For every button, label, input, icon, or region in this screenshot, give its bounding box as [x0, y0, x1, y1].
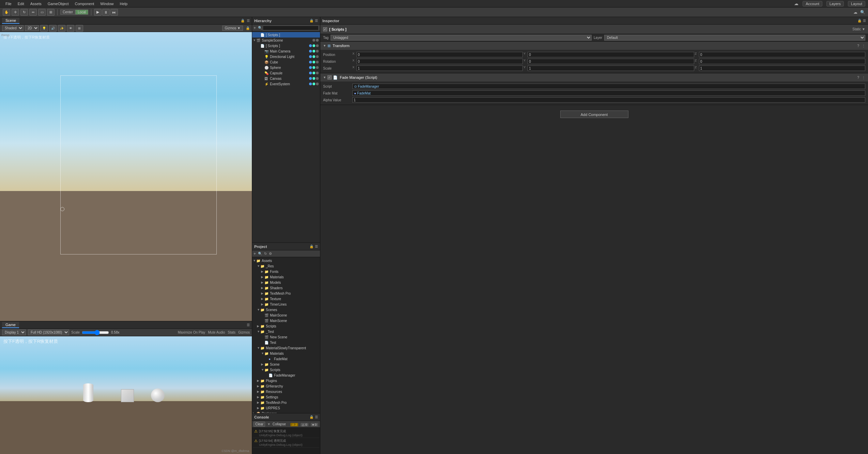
menu-help[interactable]: Help [117, 1, 130, 6]
project-item-urpres[interactable]: ▶ 📁 URPRES [252, 405, 320, 411]
game-viewport[interactable]: 按下F透明，按下R恢复材质 CSDN @m_dlwlrma [0, 336, 252, 454]
project-item-textmeshpro2[interactable]: ▶ 📁 TextMesh Pro [252, 400, 320, 405]
scene-hidden-btn[interactable]: 👁 [67, 25, 74, 32]
project-item-fademat[interactable]: ● FadeMat [252, 356, 320, 362]
project-item-shaders[interactable]: ▶ 📁 Shaders [252, 285, 320, 291]
menu-file[interactable]: File [3, 1, 14, 6]
project-item-resources[interactable]: ▶ 📁 Resources [252, 389, 320, 394]
display-dropdown[interactable]: Display 1 [2, 329, 26, 335]
hierarchy-search-icon[interactable]: 🔍 [258, 26, 262, 30]
scale-slider[interactable] [82, 330, 109, 335]
hierarchy-item-maincamera[interactable]: 📷 Main Camera [252, 48, 320, 54]
project-item-textmeshpro[interactable]: ▶ 📁 TextMesh Pro [252, 291, 320, 296]
scene-fx-btn[interactable]: ✨ [58, 25, 65, 32]
layers-button[interactable]: Layers [826, 1, 844, 6]
rotation-x-field[interactable]: 0 [356, 59, 523, 64]
project-settings-icon[interactable]: ⚙ [269, 252, 272, 255]
layout-button[interactable]: Layout [848, 1, 865, 6]
project-item-mainscene1[interactable]: 🎬 MainScene [252, 312, 320, 318]
transform-help-icon[interactable]: ? [857, 44, 859, 48]
fade-help-icon[interactable]: ? [857, 76, 859, 79]
project-item-newscene[interactable]: 🎬 New Scene [252, 334, 320, 340]
project-item-materialslowly[interactable]: ▼ 📁 MaterialSlowlyTransparent [252, 345, 320, 351]
console-menu-icon[interactable]: ☰ [315, 415, 318, 419]
project-item-mainscene2[interactable]: 🎬 MainScene [252, 318, 320, 323]
scene-viewport[interactable]: 按下F透明，按下R恢复材质 Persp [0, 32, 252, 321]
project-add-btn[interactable]: + [254, 251, 256, 256]
rotation-z-field[interactable]: 0 [699, 59, 865, 64]
hierarchy-item-canvas[interactable]: 🖼 Canvas [252, 76, 320, 81]
project-item-scripts[interactable]: ▶ 📁 Scripts [252, 323, 320, 329]
transform-settings-icon[interactable]: ⋮ [862, 44, 865, 48]
scene-audio-btn[interactable]: 🔊 [49, 25, 57, 32]
position-y-field[interactable]: 0 [528, 52, 694, 57]
play-button[interactable]: ▶ [94, 9, 102, 16]
console-lock-icon[interactable]: 🔒 [309, 415, 314, 419]
tab-game[interactable]: Game [2, 322, 19, 328]
rotation-y-field[interactable]: 0 [528, 59, 694, 64]
script-ref-field[interactable]: ⊙ FadeManager [352, 84, 865, 89]
pause-button[interactable]: ⏸ [102, 9, 110, 16]
console-dropdown-arrow[interactable]: ▼ [267, 422, 271, 426]
collapse-button[interactable]: Collapse [273, 422, 286, 426]
center-button[interactable]: Center [60, 10, 75, 15]
scene-gizmos-button[interactable]: Gizmos ▼ [222, 26, 243, 31]
hierarchy-search-input[interactable] [263, 26, 319, 30]
project-item-scenes[interactable]: ▼ 📁 Scenes [252, 307, 320, 312]
hierarchy-item-directionallight[interactable]: 💡 Directional Light [252, 54, 320, 59]
project-lock-icon[interactable]: 🔒 [309, 245, 314, 248]
inspector-menu-icon[interactable]: ☰ [863, 19, 866, 23]
project-item-models[interactable]: ▶ 📁 Models [252, 280, 320, 285]
project-item-scripts2[interactable]: ▼ 📁 Scripts [252, 367, 320, 372]
fade-mat-field[interactable]: ● FadeMat [352, 90, 865, 96]
toolbar-scale-tool[interactable]: ⇔ [29, 9, 37, 16]
hierarchy-add-btn[interactable]: + [254, 26, 256, 30]
fade-settings-icon[interactable]: ⋮ [862, 76, 865, 79]
project-item-test[interactable]: ▼ 📁 _Test [252, 329, 320, 334]
tag-dropdown[interactable]: Untagged [331, 35, 592, 41]
project-search-icon[interactable]: 🔍 [258, 252, 262, 255]
hierarchy-item-samplescene[interactable]: ▼ 🎬 SampleScene [252, 38, 320, 43]
project-item-texture[interactable]: ▶ 📁 Texture [252, 296, 320, 302]
project-item-testscript[interactable]: 📄 Test [252, 340, 320, 345]
add-component-button[interactable]: Add Component [560, 111, 628, 118]
shading-dropdown[interactable]: Shaded [2, 25, 24, 31]
scene-menu-icon[interactable]: ☰ [247, 19, 250, 23]
hierarchy-item-eventsystem[interactable]: ⚡ EventSystem [252, 81, 320, 87]
project-item-materials2[interactable]: ▼ 📁 Materials [252, 351, 320, 356]
toolbar-multi-tool[interactable]: ⊞ [47, 9, 55, 16]
project-item-materials[interactable]: ▶ 📁 Materials [252, 274, 320, 280]
fade-manager-header[interactable]: ▼ ✓ 📄 Fade Manager (Script) ? ⋮ [320, 73, 868, 82]
menu-component[interactable]: Component [72, 1, 97, 6]
scale-z-field[interactable]: 1 [699, 65, 865, 71]
toolbar-move-tool[interactable]: ✛ [12, 9, 19, 16]
position-z-field[interactable]: 0 [699, 52, 865, 57]
hierarchy-lock-icon[interactable]: 🔒 [309, 19, 314, 23]
project-menu-icon[interactable]: ☰ [315, 245, 318, 248]
hierarchy-item-capsule[interactable]: 💊 Capsule [252, 70, 320, 76]
toolbar-rotate-tool[interactable]: ↻ [20, 9, 28, 16]
hierarchy-menu-icon[interactable]: ☰ [315, 19, 318, 23]
toolbar-rect-tool[interactable]: ▭ [38, 9, 46, 16]
clear-button[interactable]: Clear [254, 422, 265, 427]
maximize-on-play[interactable]: Maximize On Play [178, 331, 205, 334]
console-log-item-2[interactable]: ⚠ [17:52:54] 透明完成 UnityEngine.Debug.Log … [253, 438, 319, 448]
step-button[interactable]: ⏭ [110, 9, 118, 16]
scale-y-field[interactable]: 1 [528, 65, 694, 71]
scene-lock-toggle[interactable]: 🔒 [246, 26, 250, 30]
resolution-dropdown[interactable]: Full HD (1920x1080) [28, 329, 69, 335]
hierarchy-item-scripts-child[interactable]: 📄 [ Scripts ] [252, 43, 320, 48]
alpha-value-field[interactable]: 1 [352, 97, 865, 103]
inspector-lock-icon[interactable]: 🔒 [857, 19, 862, 23]
project-refresh-icon[interactable]: ↻ [264, 252, 267, 255]
stats-button[interactable]: Stats [228, 331, 235, 334]
hierarchy-item-sphere[interactable]: ⚪ Sphere [252, 65, 320, 70]
object-active-checkbox[interactable]: ✓ [323, 27, 327, 31]
search-icon[interactable]: 🔍 [860, 10, 865, 15]
project-item-plugins[interactable]: ▶ 📁 Plugins [252, 378, 320, 383]
local-button[interactable]: Local [75, 10, 88, 15]
console-log-item-1[interactable]: ⚠ [17:52:55] 恢复完成 UnityEngine.Debug.Log … [253, 428, 319, 438]
scene-grid-btn[interactable]: ⊞ [76, 25, 83, 32]
project-item-scene2[interactable]: ▶ 📁 Scene [252, 362, 320, 367]
scene-lock-icon[interactable]: 🔒 [241, 19, 245, 23]
